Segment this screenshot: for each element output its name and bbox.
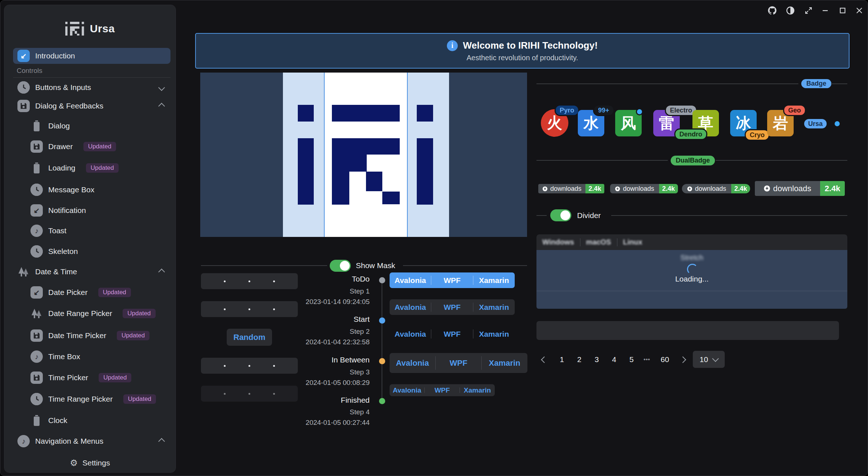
sidebar-item-loading[interactable]: LoadingUpdated <box>13 160 170 176</box>
music-note-icon: ♪ <box>30 225 43 237</box>
timeline-step-time: 2024-01-04 22:32:58 <box>254 338 370 346</box>
sidebar-item-label: Clock <box>48 416 67 425</box>
downloads-badge: downloads2.4k <box>610 184 678 193</box>
sidebar-item-clock[interactable]: Clock <box>13 413 170 428</box>
sidebar-item-label: Time Range Picker <box>48 395 113 403</box>
divider-toggle[interactable] <box>550 209 571 221</box>
pagination-page-last[interactable]: 60 <box>658 352 672 368</box>
sidebar-item-date-range-picker[interactable]: Date Range PickerUpdated <box>13 305 170 321</box>
toggle-knob <box>340 261 350 271</box>
button-avalonia[interactable]: Avalonia <box>390 299 431 315</box>
badge-pill: Cryo <box>745 129 770 141</box>
dualbadge-divider-label: DualBadge <box>671 156 715 165</box>
empty-input[interactable] <box>536 321 839 340</box>
sidebar-item-label: Message Box <box>48 185 94 194</box>
timeline-line <box>382 280 382 401</box>
badge-pill: Dendro <box>674 128 707 140</box>
button-xamarin[interactable]: Xamarin <box>473 326 515 342</box>
pagination-page-5[interactable]: 5 <box>626 352 637 368</box>
info-icon: i <box>447 40 458 51</box>
maximize-button[interactable] <box>837 5 848 16</box>
button-xamarin[interactable]: Xamarin <box>482 353 527 373</box>
sidebar-item-dialog-feedbacks[interactable]: Dialog & Feedbacks <box>13 98 170 114</box>
sidebar-item-label: Drawer <box>48 142 73 151</box>
welcome-banner: i Welcome to IRIHI Technology! Aesthetic… <box>195 33 850 69</box>
sidebar-item-time-box[interactable]: ♪Time Box <box>13 349 170 365</box>
button-wpf[interactable]: WPF <box>431 272 473 288</box>
chevron-down-icon <box>159 83 164 92</box>
timeline-step-subtitle: Step 4 <box>254 408 370 416</box>
button-wpf[interactable]: WPF <box>425 384 460 396</box>
timeline-step-time: 2024-01-05 00:08:29 <box>254 379 370 387</box>
divider-toggle-label: Divider <box>577 211 601 220</box>
updated-badge: Updated <box>123 309 155 318</box>
sidebar-item-toast[interactable]: ♪Toast <box>13 223 170 239</box>
pagination-page-1[interactable]: 1 <box>557 352 567 368</box>
music-note-icon: ♪ <box>30 350 43 363</box>
button-xamarin[interactable]: Xamarin <box>473 272 515 288</box>
github-button[interactable] <box>766 5 778 16</box>
settings-button[interactable]: ⚙ Settings <box>4 454 176 472</box>
button-wpf[interactable]: WPF <box>431 326 473 342</box>
sidebar-item-date-time-picker[interactable]: Date Time PickerUpdated <box>13 328 170 344</box>
button-xamarin[interactable]: Xamarin <box>473 299 515 315</box>
tab-windows[interactable]: Windows <box>536 238 580 246</box>
minimize-button[interactable] <box>819 5 831 16</box>
page-size-select[interactable]: 10 <box>693 351 725 368</box>
sidebar-item-time-picker[interactable]: Time PickerUpdated <box>13 370 170 386</box>
button-wpf[interactable]: WPF <box>436 353 481 373</box>
button-avalonia[interactable]: Avalonia <box>390 326 431 342</box>
divider-line <box>403 265 527 266</box>
sidebar-item-date-picker[interactable]: ↙Date PickerUpdated <box>13 284 170 300</box>
badge-divider-label: Badge <box>801 79 831 88</box>
timeline-dot <box>379 398 385 404</box>
fullscreen-button[interactable] <box>803 5 814 16</box>
sidebar-item-drawer[interactable]: DrawerUpdated <box>13 139 170 155</box>
settings-label: Settings <box>82 459 110 467</box>
tab-macos[interactable]: macOS <box>580 238 617 246</box>
pagination-page-3[interactable]: 3 <box>592 352 602 368</box>
badge-pill: Pyro <box>555 104 579 116</box>
button-avalonia[interactable]: Avalonia <box>390 353 435 373</box>
app-window: Ursa ↙IntroductionControlsButtons & Inpu… <box>0 0 868 476</box>
button-avalonia[interactable]: Avalonia <box>390 272 431 288</box>
sidebar-item-skeleton[interactable]: Skeleton <box>13 243 170 259</box>
sidebar-item-buttons-inputs[interactable]: Buttons & Inputs <box>13 79 170 95</box>
sidebar-section-divider <box>13 77 170 78</box>
tab-linux[interactable]: Linux <box>617 238 648 246</box>
pagination-prev-button[interactable] <box>539 352 549 368</box>
sidebar-item-navigation-menus[interactable]: ♪Navigation & Menus <box>13 433 170 449</box>
button-xamarin[interactable]: Xamarin <box>460 384 495 396</box>
loading-spinner-icon <box>687 264 698 275</box>
sidebar-item-label: Time Picker <box>48 373 88 382</box>
sidebar-item-notification[interactable]: ↙Notification <box>13 202 170 218</box>
divider-line <box>536 83 798 84</box>
irihi-logo-icon <box>65 22 84 36</box>
loading-panel: Stretch Loading... <box>536 250 847 309</box>
sidebar-item-message-box[interactable]: Message Box <box>13 182 170 198</box>
pagination-page-2[interactable]: 2 <box>574 352 584 368</box>
banner-subtitle: Aesthetic revolution of productivity. <box>196 54 849 62</box>
sidebar-item-label: Time Box <box>48 352 80 361</box>
pagination-next-button[interactable] <box>678 352 687 368</box>
sidebar-item-date-time[interactable]: Date & Time <box>13 264 170 280</box>
button-avalonia[interactable]: Avalonia <box>390 384 424 396</box>
close-button[interactable] <box>853 5 865 16</box>
sidebar-item-introduction[interactable]: ↙Introduction <box>13 48 170 64</box>
button-group-dark-small: AvaloniaWPFXamarin <box>390 384 495 396</box>
gear-icon: ⚙ <box>70 458 78 468</box>
panel-divider <box>536 291 847 291</box>
timeline-step-title: In Between <box>254 356 370 364</box>
button-wpf[interactable]: WPF <box>431 299 473 315</box>
maximize-icon <box>838 6 847 15</box>
theme-toggle-button[interactable] <box>785 5 796 16</box>
sidebar-item-dialog[interactable]: Dialog <box>13 118 170 134</box>
show-mask-toggle[interactable] <box>330 260 351 272</box>
loading-tabbar: WindowsmacOSLinux <box>536 234 847 250</box>
sidebar-item-time-range-picker[interactable]: Time Range PickerUpdated <box>13 391 170 407</box>
badge-pill: Geo <box>783 104 806 116</box>
pagination-page-4[interactable]: 4 <box>609 352 619 368</box>
chevron-up-icon <box>159 267 164 276</box>
download-icon <box>542 186 548 192</box>
standalone-dot <box>835 121 840 126</box>
